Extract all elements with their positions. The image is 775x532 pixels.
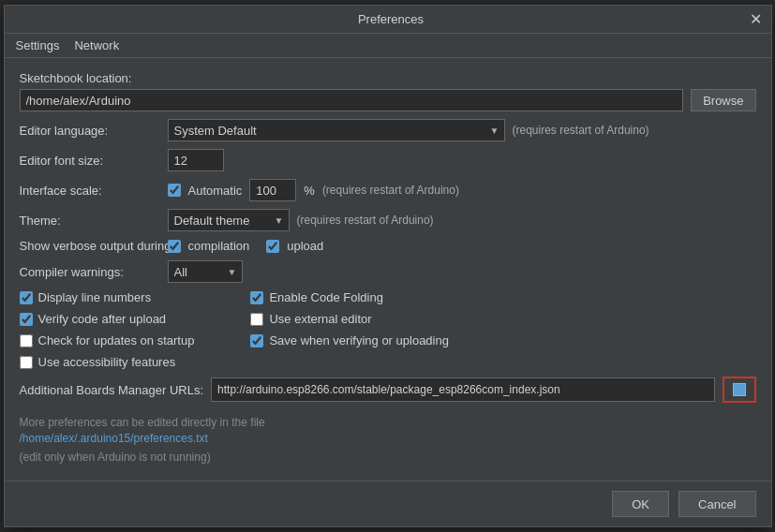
upload-label: upload (287, 239, 323, 253)
external-editor-label: Use external editor (269, 312, 371, 326)
save-verifying-label: Save when verifying or uploading (269, 333, 449, 347)
editor-language-label: Editor language: (20, 124, 160, 138)
scale-note: (requires restart of Arduino) (322, 184, 459, 197)
theme-note: (requires restart of Arduino) (297, 214, 434, 227)
title-bar: Preferences ✕ (5, 6, 771, 34)
sketchbook-label: Sketchbook location: (20, 71, 132, 85)
additional-boards-row: Additional Boards Manager URLs: (20, 377, 756, 403)
cancel-button[interactable]: Cancel (678, 491, 755, 517)
editor-font-label: Editor font size: (20, 154, 160, 168)
interface-scale-label: Interface scale: (20, 184, 160, 198)
check-updates-checkbox[interactable] (20, 334, 33, 347)
accessibility-checkbox[interactable] (20, 356, 33, 369)
editor-language-row: Editor language: System Default ▼ (requi… (20, 119, 756, 141)
menu-network[interactable]: Network (67, 36, 127, 55)
checkboxes-left-col: Display line numbers Verify code after u… (20, 290, 195, 369)
accessibility-label: Use accessibility features (38, 355, 176, 369)
compilation-checkbox[interactable] (168, 240, 181, 253)
code-folding-checkbox[interactable] (250, 291, 263, 304)
menu-settings[interactable]: Settings (8, 36, 67, 55)
interface-scale-row: Interface scale: Automatic % (requires r… (20, 179, 756, 201)
sketchbook-path-input[interactable] (20, 89, 684, 111)
boards-url-button[interactable] (723, 377, 756, 403)
checkbox-row-display-line: Display line numbers (20, 290, 195, 304)
additional-boards-label: Additional Boards Manager URLs: (20, 383, 204, 397)
upload-checkbox[interactable] (266, 240, 279, 253)
scale-pct-label: % (304, 184, 315, 198)
external-editor-checkbox[interactable] (250, 313, 263, 326)
verify-code-label: Verify code after upload (38, 312, 167, 326)
boards-url-input[interactable] (211, 377, 714, 402)
warnings-select-wrapper: None Default More All ▼ (168, 260, 243, 283)
theme-label: Theme: (20, 214, 160, 228)
menu-bar: Settings Network (5, 34, 771, 58)
footer-section: More preferences can be edited directly … (20, 410, 756, 466)
checkbox-row-code-folding: Enable Code Folding (250, 290, 449, 304)
compiler-warnings-row: Compiler warnings: None Default More All… (20, 260, 756, 283)
verbose-output-label: Show verbose output during: (20, 239, 160, 253)
preferences-file-link[interactable]: /home/alex/.arduino15/preferences.txt (20, 432, 208, 445)
checkbox-row-check-updates: Check for updates on startup (20, 333, 195, 347)
verify-code-checkbox[interactable] (20, 313, 33, 326)
code-folding-label: Enable Code Folding (269, 290, 382, 304)
checkbox-row-save-verifying: Save when verifying or uploading (250, 333, 449, 347)
check-updates-label: Check for updates on startup (38, 333, 195, 347)
footer-line1: More preferences can be edited directly … (20, 414, 756, 431)
display-line-numbers-label: Display line numbers (38, 290, 152, 304)
close-button[interactable]: ✕ (750, 12, 762, 27)
preferences-window: Preferences ✕ Settings Network Sketchboo… (4, 5, 772, 527)
sketchbook-path-row: Browse (20, 89, 756, 111)
editor-language-select-wrapper: System Default ▼ (168, 119, 505, 141)
editor-font-row: Editor font size: (20, 149, 756, 171)
compilation-label: compilation (188, 239, 250, 253)
theme-select-wrapper: Default theme ▼ (168, 209, 290, 231)
warnings-select[interactable]: None Default More All (168, 260, 243, 283)
save-verifying-checkbox[interactable] (250, 334, 263, 347)
footer-line2: (edit only when Arduino is not running) (20, 449, 756, 466)
automatic-label: Automatic (188, 184, 243, 198)
scale-value-input[interactable] (249, 179, 296, 201)
automatic-scale-checkbox[interactable] (168, 184, 181, 197)
checkbox-row-accessibility: Use accessibility features (20, 355, 195, 369)
display-line-numbers-checkbox[interactable] (20, 291, 33, 304)
browse-button[interactable]: Browse (691, 89, 755, 111)
preferences-content: Sketchbook location: Browse Editor langu… (5, 58, 771, 475)
bottom-bar: OK Cancel (5, 480, 771, 526)
boards-url-icon (733, 383, 746, 396)
checkboxes-section: Display line numbers Verify code after u… (20, 290, 756, 369)
compiler-warnings-label: Compiler warnings: (20, 265, 160, 279)
ok-button[interactable]: OK (612, 491, 669, 517)
editor-language-note: (requires restart of Arduino) (513, 124, 649, 137)
checkbox-row-verify-code: Verify code after upload (20, 312, 195, 326)
checkboxes-right-col: Enable Code Folding Use external editor … (250, 290, 449, 369)
window-title: Preferences (33, 12, 750, 26)
sketchbook-row: Sketchbook location: (20, 71, 756, 85)
theme-select[interactable]: Default theme (168, 209, 290, 231)
checkbox-row-external-editor: Use external editor (250, 312, 449, 326)
theme-row: Theme: Default theme ▼ (requires restart… (20, 209, 756, 231)
editor-font-input[interactable] (168, 149, 224, 171)
verbose-output-row: Show verbose output during: compilation … (20, 239, 756, 253)
editor-language-select[interactable]: System Default (168, 119, 505, 141)
